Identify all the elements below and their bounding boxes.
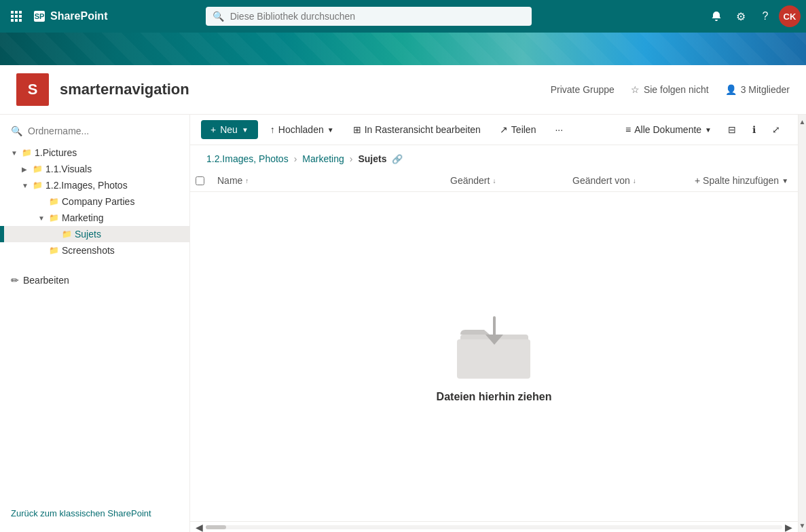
grid-view-button[interactable]: ⊞ In Rasteransicht bearbeiten (346, 120, 488, 139)
scroll-up-arrow[interactable]: ▲ (799, 115, 806, 128)
scroll-down-arrow[interactable]: ▼ (799, 518, 806, 532)
horizontal-scroll-thumb[interactable] (206, 525, 226, 529)
search-input[interactable] (206, 7, 532, 26)
col-name[interactable]: Name ↑ (212, 175, 445, 186)
toggle-icon: ▼ (22, 182, 30, 189)
upload-icon: ↑ (270, 124, 275, 135)
right-scrollbar[interactable]: ▲ ▼ (798, 115, 806, 532)
breadcrumb-share-icon[interactable]: 🔗 (392, 154, 403, 164)
topbar-right: ⚙ ? CK (706, 5, 801, 27)
select-all-checkbox[interactable] (196, 176, 204, 185)
site-meta: Private Gruppe ☆ Sie folgen nicht 👤 3 Mi… (551, 84, 790, 95)
search-icon: 🔍 (213, 11, 224, 22)
empty-folder-illustration (450, 311, 538, 385)
filter-button[interactable]: ⊟ (721, 120, 743, 139)
sidebar-item-company-parties[interactable]: ▶ 📁 Company Parties (0, 193, 189, 210)
more-button[interactable]: ··· (548, 120, 570, 139)
person-icon: 👤 (725, 84, 737, 95)
toggle-icon: ▼ (11, 149, 19, 157)
folder-icon: 📁 (62, 229, 72, 239)
waffle-menu[interactable] (5, 5, 27, 27)
svg-rect-7 (15, 19, 18, 22)
breadcrumb-sep-1: › (294, 153, 297, 164)
sidebar-item-sujets[interactable]: ▶ 📁 Sujets (0, 226, 189, 242)
all-docs-button[interactable]: ≡ Alle Dokumente ▼ (619, 120, 718, 139)
toggle-icon: ▼ (38, 214, 46, 222)
svg-rect-0 (11, 11, 14, 14)
sidebar-item-marketing[interactable]: ▼ 📁 Marketing (0, 210, 189, 226)
chevron-down-icon: ▼ (705, 126, 712, 134)
group-type: Private Gruppe (551, 84, 615, 95)
svg-rect-1 (15, 11, 18, 14)
col-modified[interactable]: Geändert ↓ (445, 175, 567, 186)
svg-rect-4 (15, 15, 18, 18)
chevron-down-icon: ▼ (327, 126, 334, 134)
toggle-icon: ▶ (22, 166, 30, 173)
plus-icon: + (210, 124, 216, 135)
site-header: S smarternavigation Private Gruppe ☆ Sie… (0, 65, 806, 115)
svg-text:SP: SP (35, 12, 45, 20)
sidebar-item-label: 1.2.Images, Photos (45, 180, 128, 191)
add-column-button[interactable]: + Spalte hinzufügen ▼ (689, 175, 798, 186)
content-area: + Neu ▼ ↑ Hochladen ▼ ⊞ In Rasteransicht… (190, 115, 798, 532)
share-button[interactable]: ↗ Teilen (493, 120, 543, 139)
sort-icon: ↓ (633, 177, 636, 185)
breadcrumb-link-1[interactable]: 1.2.Images, Photos (206, 153, 289, 164)
sidebar-search-input[interactable] (28, 126, 179, 136)
expand-icon: ⤢ (772, 124, 780, 135)
empty-state-message: Dateien hierhin ziehen (437, 391, 552, 403)
toolbar: + Neu ▼ ↑ Hochladen ▼ ⊞ In Rasteransicht… (190, 115, 798, 145)
svg-rect-6 (11, 19, 14, 22)
app-name: SharePoint (50, 10, 107, 22)
notifications-icon[interactable] (706, 5, 727, 27)
sort-icon: ↑ (245, 177, 249, 185)
sidebar-item-label: Marketing (62, 212, 103, 223)
top-bar: SP SharePoint 🔍 ⚙ ? CK (0, 0, 806, 33)
svg-rect-8 (19, 19, 22, 22)
sidebar-item-label: Sujets (75, 229, 101, 240)
settings-icon[interactable]: ⚙ (730, 5, 752, 27)
sort-icon: ↓ (492, 177, 496, 185)
sidebar-item-label: 1.Pictures (35, 147, 77, 158)
horizontal-scroll-track[interactable] (206, 525, 782, 529)
folder-icon: 📁 (33, 164, 43, 174)
breadcrumb-sep-2: › (350, 153, 353, 164)
sidebar-tree: ▼ 📁 1.Pictures ▶ 📁 1.1.Visuals ▼ 📁 1.2.I… (0, 145, 189, 259)
bottom-scrollbar[interactable]: ◀ ▶ (190, 521, 798, 532)
sidebar-item-1-1-visuals[interactable]: ▶ 📁 1.1.Visuals (0, 161, 189, 177)
app-logo[interactable]: SP SharePoint (33, 10, 107, 23)
edit-button[interactable]: ✏ Bearbeiten (0, 269, 189, 291)
sidebar-item-1-pictures[interactable]: ▼ 📁 1.Pictures (0, 145, 189, 161)
folder-icon: 📁 (49, 246, 59, 255)
sidebar-item-label: Company Parties (62, 196, 134, 207)
info-button[interactable]: ℹ (746, 120, 763, 139)
fullscreen-button[interactable]: ⤢ (765, 120, 787, 139)
upload-button[interactable]: ↑ Hochladen ▼ (263, 120, 341, 139)
breadcrumb-current: Sujets (358, 153, 386, 164)
chevron-down-icon: ▼ (782, 177, 788, 185)
sidebar-search: 🔍 (0, 120, 189, 145)
sidebar-item-screenshots[interactable]: ▶ 📁 Screenshots (0, 242, 189, 259)
members-btn[interactable]: 👤 3 Mitglieder (725, 84, 790, 95)
breadcrumb-link-2[interactable]: Marketing (302, 153, 344, 164)
table-header: Name ↑ Geändert ↓ Geändert von ↓ + Spalt… (190, 170, 798, 192)
breadcrumb: 1.2.Images, Photos › Marketing › Sujets … (190, 145, 798, 170)
help-icon[interactable]: ? (754, 5, 776, 27)
new-button[interactable]: + Neu ▼ (201, 120, 258, 139)
scroll-right-arrow[interactable]: ▶ (782, 522, 795, 533)
col-modified-by[interactable]: Geändert von ↓ (567, 175, 689, 186)
col-checkbox[interactable] (190, 175, 212, 186)
sidebar-item-1-2-images[interactable]: ▼ 📁 1.2.Images, Photos (0, 177, 189, 193)
sidebar-item-label: 1.1.Visuals (45, 164, 92, 174)
classic-sharepoint-link[interactable]: Zurück zum klassischen SharePoint (11, 508, 151, 518)
folder-icon: 📁 (22, 148, 32, 157)
svg-rect-5 (19, 15, 22, 18)
search-container: 🔍 (206, 7, 532, 26)
decorative-header (0, 33, 806, 65)
pencil-icon: ✏ (11, 275, 19, 286)
scroll-left-arrow[interactable]: ◀ (193, 522, 206, 533)
empty-state: Dateien hierhin ziehen (190, 192, 798, 521)
follow-btn[interactable]: ☆ Sie folgen nicht (631, 84, 709, 95)
site-logo: S (16, 73, 49, 106)
user-avatar[interactable]: CK (779, 5, 801, 27)
